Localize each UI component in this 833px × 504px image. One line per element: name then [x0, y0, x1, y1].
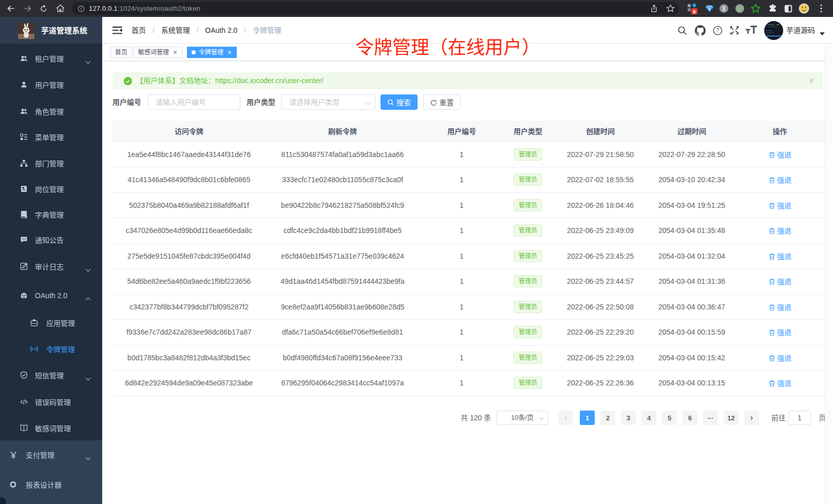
svg-text:9: 9 — [693, 9, 695, 14]
svg-text:?: ? — [716, 28, 719, 33]
